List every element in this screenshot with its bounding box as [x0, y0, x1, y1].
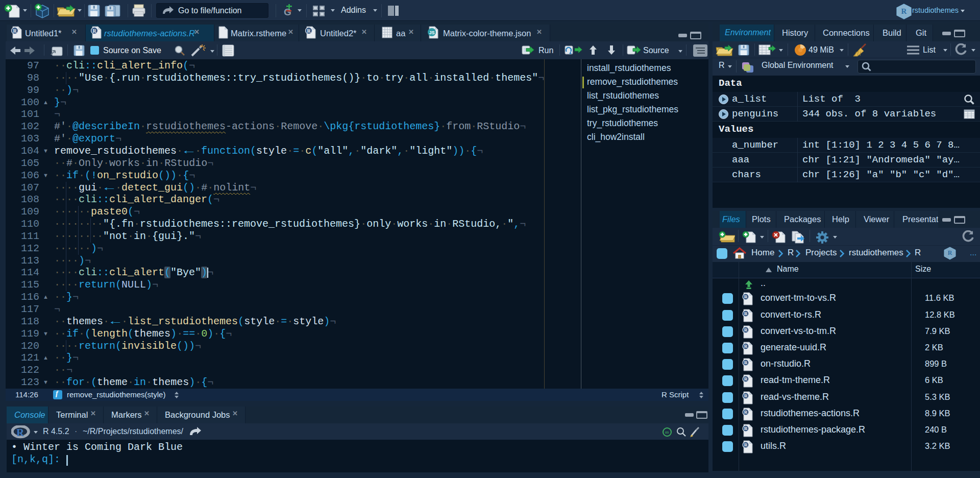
svg-text:R: R: [744, 294, 748, 299]
svg-text:JS: JS: [429, 30, 434, 35]
svg-text:R: R: [92, 28, 96, 34]
svg-text:R: R: [744, 393, 748, 398]
svg-text:R: R: [901, 7, 907, 15]
svg-text:R: R: [744, 360, 748, 365]
svg-text:G: G: [284, 7, 291, 17]
svg-text:R: R: [13, 28, 17, 34]
svg-text:R: R: [744, 327, 748, 332]
svg-text:R: R: [16, 426, 24, 439]
svg-text:R: R: [744, 311, 748, 316]
svg-text:R: R: [307, 28, 311, 34]
svg-text:R: R: [744, 410, 748, 415]
svg-text:R: R: [744, 376, 748, 381]
svg-text:∞: ∞: [665, 429, 669, 435]
svg-text:R: R: [744, 426, 748, 431]
svg-text:R: R: [948, 249, 952, 256]
svg-text:R: R: [744, 442, 748, 447]
svg-text:R: R: [744, 344, 748, 349]
